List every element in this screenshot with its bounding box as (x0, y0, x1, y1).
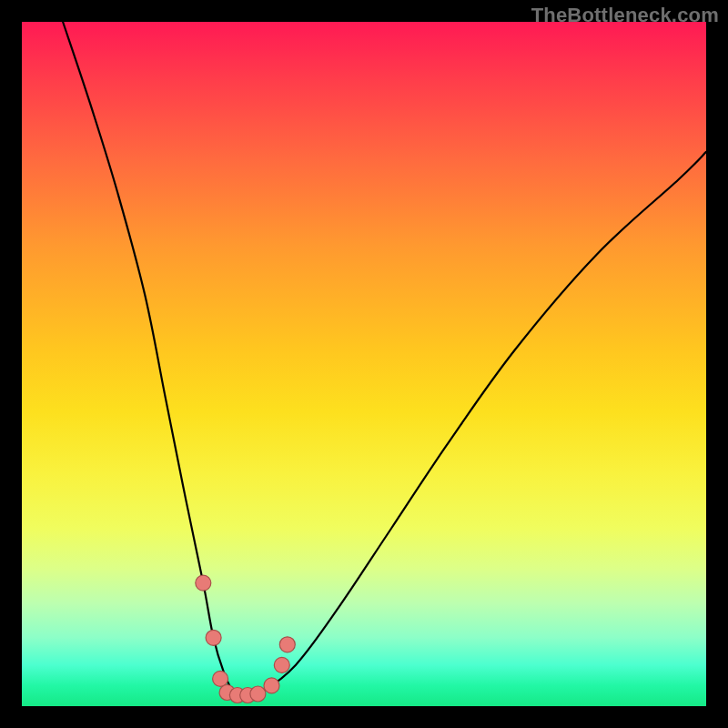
marker-dot (250, 686, 266, 702)
marker-dot (213, 671, 228, 686)
chart-frame (22, 22, 706, 706)
marker-dot (279, 637, 295, 652)
markers-group (196, 575, 295, 703)
chart-svg (22, 22, 706, 706)
watermark-text: TheBottleneck.com (531, 4, 719, 27)
marker-dot (264, 678, 279, 693)
marker-dot (274, 657, 289, 672)
bottleneck-curve (63, 22, 706, 696)
marker-dot (196, 575, 211, 591)
marker-dot (206, 630, 221, 645)
